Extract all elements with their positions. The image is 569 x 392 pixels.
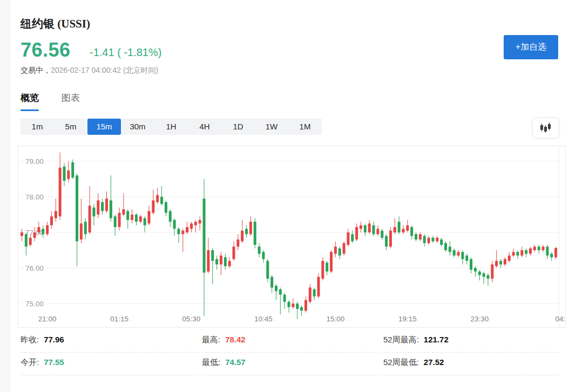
x-axis-label: 05:30 (182, 315, 201, 323)
candle-body (326, 263, 328, 272)
candle-body (228, 261, 231, 266)
candle-body (181, 231, 184, 235)
stats-column: 52周最高:121.7252周最低:27.52 (383, 330, 560, 375)
stats-column: 最高:78.42最低:74.57 (202, 330, 379, 375)
divider (21, 375, 198, 375)
candle-body (292, 304, 294, 307)
candle-body (389, 231, 392, 247)
period-button-1m[interactable]: 1m (21, 119, 54, 135)
candle-body (364, 225, 367, 232)
candle-body (245, 229, 248, 234)
candle-body (419, 234, 422, 239)
candle-body (398, 222, 401, 232)
candlestick-chart[interactable]: 79.0078.0077.0076.0075.0021:0001:1505:30… (18, 146, 565, 327)
period-button-5m[interactable]: 5m (54, 119, 87, 135)
candle-body (423, 236, 426, 243)
candle-body (351, 234, 354, 241)
candle-body (76, 175, 78, 241)
stat-value: 74.57 (225, 357, 246, 367)
candle-body (296, 304, 299, 309)
tab-chart[interactable]: 图表 (62, 92, 80, 111)
candle-body (25, 234, 28, 246)
stat-value: 77.55 (44, 357, 64, 367)
stat-label: 52周最高: (383, 335, 419, 344)
candle-body (334, 246, 337, 253)
candle-body (330, 252, 333, 271)
stat-row: 52周最低:27.52 (383, 353, 560, 375)
active-tab-underline (21, 109, 39, 111)
candle-body (42, 229, 44, 234)
chart-container[interactable]: 79.0078.0077.0076.0075.0021:0001:1505:30… (18, 146, 566, 328)
candle-body (211, 250, 214, 261)
candle-body (160, 197, 163, 204)
stat-value: 77.96 (44, 335, 64, 344)
candle-body (118, 213, 121, 227)
period-button-15m[interactable]: 15m (87, 119, 121, 135)
trading-status-label: 交易中， (21, 66, 51, 74)
candle-body (105, 198, 108, 211)
candle-body (470, 259, 472, 270)
period-button-1M[interactable]: 1M (288, 119, 322, 135)
candle-body (148, 211, 151, 223)
instrument-code: (USSI) (55, 17, 90, 30)
candle-body (499, 261, 502, 265)
period-button-1H[interactable]: 1H (154, 119, 188, 135)
candle-body (317, 277, 320, 297)
candle-body (215, 259, 218, 265)
candle-body (50, 216, 53, 225)
candle-body (533, 246, 536, 250)
candle-body (270, 277, 273, 288)
candle-body (410, 227, 413, 236)
candle-body (144, 218, 146, 225)
candle-body (525, 250, 527, 254)
candle-body (512, 252, 515, 256)
candle-body (199, 220, 201, 224)
candle-body (89, 206, 91, 233)
candle-body (516, 252, 519, 256)
candle-body (402, 229, 405, 232)
candle-body (84, 222, 87, 234)
stats-column: 昨收:77.96今开:77.55 (21, 330, 198, 375)
candle-body (29, 238, 32, 245)
candle-body (46, 225, 49, 235)
candle-body (131, 215, 133, 220)
chart-type-button[interactable] (532, 118, 559, 138)
candle-body (542, 246, 545, 250)
candle-body (406, 225, 409, 231)
x-axis-label: 21:00 (38, 315, 57, 323)
tab-bar: 概览图表 (21, 92, 103, 113)
candle-body (313, 290, 316, 297)
candle-body (156, 195, 159, 202)
candle-body (207, 250, 209, 272)
candle-body (122, 209, 125, 215)
candle-body (80, 224, 83, 240)
candle-body (465, 256, 468, 261)
period-button-1D[interactable]: 1D (221, 119, 255, 135)
candle-body (37, 227, 40, 232)
candle-body (546, 246, 548, 256)
tab-overview[interactable]: 概览 (21, 92, 39, 111)
x-axis-label: 15:00 (327, 315, 345, 323)
candle-body (461, 252, 464, 259)
stats-panel: 昨收:77.96今开:77.55最高:78.42最低:74.5752周最高:12… (0, 330, 569, 384)
candle-body (376, 229, 379, 234)
candle-body (224, 257, 227, 266)
candle-body (491, 264, 493, 278)
period-button-1W[interactable]: 1W (255, 119, 288, 135)
candle-body (483, 273, 485, 277)
candle-body (233, 246, 235, 259)
x-axis-label: 01:15 (110, 315, 128, 323)
period-button-4H[interactable]: 4H (188, 119, 221, 135)
candle-body (368, 224, 371, 233)
candle-body (309, 287, 311, 301)
y-axis-label: 79.00 (25, 157, 44, 166)
add-watchlist-button[interactable]: +加自选 (504, 35, 558, 59)
candle-body (550, 254, 553, 258)
candle-body (203, 198, 206, 272)
candle-body (249, 222, 252, 234)
candle-body (347, 232, 349, 245)
period-button-30m[interactable]: 30m (121, 119, 154, 135)
candle-body (169, 211, 172, 222)
candle-body (55, 211, 57, 218)
candle-body (538, 246, 540, 250)
